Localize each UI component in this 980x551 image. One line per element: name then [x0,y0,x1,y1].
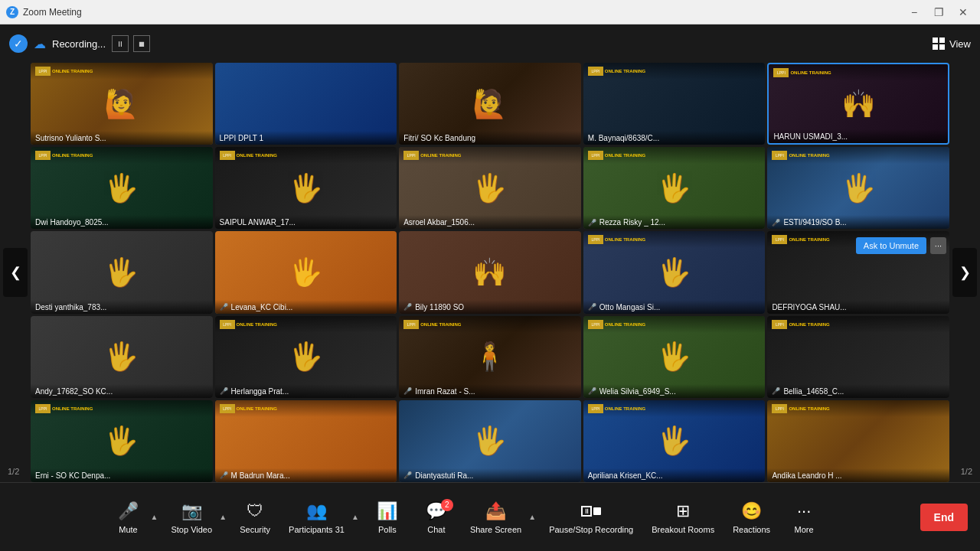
tile-name-bar: 🎤 Herlangga Prat... [215,384,397,398]
mute-button[interactable]: 🎤 Mute [105,496,151,539]
mute-indicator: 🎤 [403,471,412,479]
tile-name-bar: Fitri/ SO Kc Bandung [399,131,581,145]
tile-name-bar: 🎤 Rezza Risky _ 12... [583,215,766,229]
restore-button[interactable]: ❐ [928,5,949,20]
video-tile[interactable]: LPPI ONLINE TRAINING 🙌 HARUN USMADI_3... [767,63,949,145]
window-title: Zoom Meeting [23,7,82,18]
video-tile[interactable]: 🖐 🎤 Diantyastuti Ra... [399,400,581,482]
participant-name: Rezza Risky _ 12... [599,218,665,227]
stop-video-button[interactable]: 📷 Stop Video [163,496,220,539]
share-caret[interactable]: ▲ [526,507,538,528]
security-button[interactable]: 🛡 Security [232,496,278,539]
video-tile[interactable]: LPPI ONLINE TRAINING M. Baynaqi/8638/C..… [583,63,766,145]
video-tile[interactable]: LPPI ONLINE TRAINING 🧍 🎤 Imran Razat - S… [399,316,581,398]
close-button[interactable]: ✕ [952,5,974,20]
video-tile[interactable]: LPPI ONLINE TRAINING 🎤 M Badrun Mara... [215,400,397,482]
mute-indicator: 🎤 [220,471,228,479]
participant-name: ESTI/9419/SO B... [783,218,846,227]
participant-name: Diantyastuti Ra... [415,471,473,480]
tile-more-button[interactable]: ··· [930,237,946,254]
video-tile[interactable]: LPPI ONLINE TRAINING 🙋 Sutrisno Yulianto… [31,63,213,145]
view-label: View [949,38,971,50]
share-screen-label: Share Screen [470,525,521,534]
video-area: ❮ 1/2 LPPI ONLINE TRAINING 🙋 Sutrisno Yu… [0,63,980,482]
banner-logo: LPPI ONLINE TRAINING [220,404,277,413]
end-button[interactable]: End [920,504,968,531]
participant-name: SAIPUL ANWAR_17... [220,218,296,227]
video-tile[interactable]: LPPI ONLINE TRAINING 🖐 Dwi Handoyo_8025.… [31,147,213,229]
video-tile[interactable]: LPPI ONLINE TRAINING 🖐 Apriliana Krisen_… [583,400,766,482]
participant-name: HARUN USMADI_3... [773,132,848,141]
cloud-icon: ☁ [34,37,46,51]
polls-button[interactable]: 📊 Polls [364,496,410,539]
tile-name-bar: 🎤 Diantyastuti Ra... [399,468,581,482]
stop-video-label: Stop Video [171,525,212,534]
participant-name: Bily 11890 SO [415,303,464,311]
video-tile[interactable]: LPPI ONLINE TRAINING 🖐 🎤 Otto Mangasi Si… [583,231,766,313]
zoom-icon: Z [6,6,18,18]
pause-stop-recording-button[interactable]: ⏸ Pause/Stop Recording [541,496,641,539]
tile-name-bar: 🎤 Otto Mangasi Si... [583,300,766,314]
video-tile[interactable]: LPPI ONLINE TRAINING 🖐 Asroel Akbar_1506… [399,147,581,229]
share-screen-button[interactable]: 📤 Share Screen [462,496,529,539]
tile-name-bar: LPPI DPLT 1 [215,131,397,145]
pause-recording-label: Pause/Stop Recording [549,525,633,534]
mute-indicator: 🎤 [220,387,228,395]
participants-icon: 👥 [305,500,327,522]
mute-indicator: 🎤 [403,303,412,311]
participant-name: Herlangga Prat... [231,387,289,396]
video-tile[interactable]: 🖐 Andy_17682_SO KC... [31,316,213,398]
mute-caret[interactable]: ▲ [148,507,160,528]
view-button[interactable]: View [933,37,971,50]
tile-name-bar: Apriliana Krisen_KC... [583,468,766,482]
mute-indicator: 🎤 [588,387,596,395]
banner-logo: LPPI ONLINE TRAINING [772,404,829,413]
video-tile[interactable]: LPPI ONLINE TRAINING Andika Leandro H ..… [767,400,949,482]
video-tile[interactable]: 🖐 🎤 Levana_KC Cibi... [215,231,397,313]
video-tile[interactable]: LPPI ONLINE TRAINING Ask to Unmute··· DE… [767,231,949,313]
participant-name: M Badrun Mara... [231,471,290,480]
tile-name-bar: Desti yanthika_783... [31,300,213,314]
tile-name-bar: 🎤 Bily 11890 SO [399,300,581,314]
participant-name: Bellia_14658_C... [783,387,844,396]
video-tile[interactable]: 🙌 🎤 Bily 11890 SO [399,231,581,313]
breakout-rooms-button[interactable]: ⊞ Breakout Rooms [644,496,722,539]
nav-next-button[interactable]: ❯ [952,248,977,297]
video-tile[interactable]: LPPI ONLINE TRAINING 🖐 🎤 Rezza Risky _ 1… [583,147,766,229]
security-icon: 🛡 [244,500,266,522]
breakout-label: Breakout Rooms [652,525,714,534]
video-tile[interactable]: LPPI ONLINE TRAINING 🖐 Erni - SO KC Denp… [31,400,213,482]
stop-recording-button[interactable]: ⏹ [133,35,150,52]
video-tile[interactable]: LPPI DPLT 1 [215,63,397,145]
camera-icon: 📷 [181,500,202,522]
breakout-icon: ⊞ [672,500,694,522]
chat-button[interactable]: 💬 2 Chat [413,496,459,539]
tile-name-bar: Dwi Handoyo_8025... [31,215,213,229]
tile-name-bar: Sutrisno Yulianto S... [31,131,213,145]
participants-button[interactable]: 👥 Participants 31 [281,496,352,539]
tile-name-bar: 🎤 ESTI/9419/SO B... [767,215,949,229]
video-grid: LPPI ONLINE TRAINING 🙋 Sutrisno Yulianto… [31,63,949,482]
participant-name: Sutrisno Yulianto S... [35,134,106,142]
participant-name: Dwi Handoyo_8025... [35,218,109,227]
mute-indicator: 🎤 [772,387,780,395]
minimize-button[interactable]: − [903,5,925,20]
pause-recording-button[interactable]: ⏸ [112,35,129,52]
title-bar-left: Z Zoom Meeting [6,6,82,18]
mute-indicator: 🎤 [588,219,596,227]
ask-unmute-button[interactable]: Ask to Unmute [856,237,926,254]
video-tile[interactable]: LPPI ONLINE TRAINING 🖐 SAIPUL ANWAR_17..… [215,147,397,229]
participant-name: M. Baynaqi/8638/C... [588,134,659,142]
more-icon: ··· [793,500,815,522]
video-tile[interactable]: 🖐 Desti yanthika_783... [31,231,213,313]
more-button[interactable]: ··· More [781,496,827,539]
video-tile[interactable]: LPPI ONLINE TRAINING 🖐 🎤 Welia Silvia_69… [583,316,766,398]
video-tile[interactable]: LPPI ONLINE TRAINING 🖐 🎤 Herlangga Prat.… [215,316,397,398]
video-tile[interactable]: LPPI ONLINE TRAINING 🖐 🎤 ESTI/9419/SO B.… [767,147,949,229]
video-tile[interactable]: 🙋 Fitri/ SO Kc Bandung [399,63,581,145]
nav-prev-button[interactable]: ❮ [3,248,28,297]
reactions-button[interactable]: 😊 Reactions [725,496,778,539]
video-caret[interactable]: ▲ [217,507,229,528]
video-tile[interactable]: LPPI ONLINE TRAINING 🎤 Bellia_14658_C... [767,316,949,398]
participant-name: Welia Silvia_6949_S... [599,387,676,396]
